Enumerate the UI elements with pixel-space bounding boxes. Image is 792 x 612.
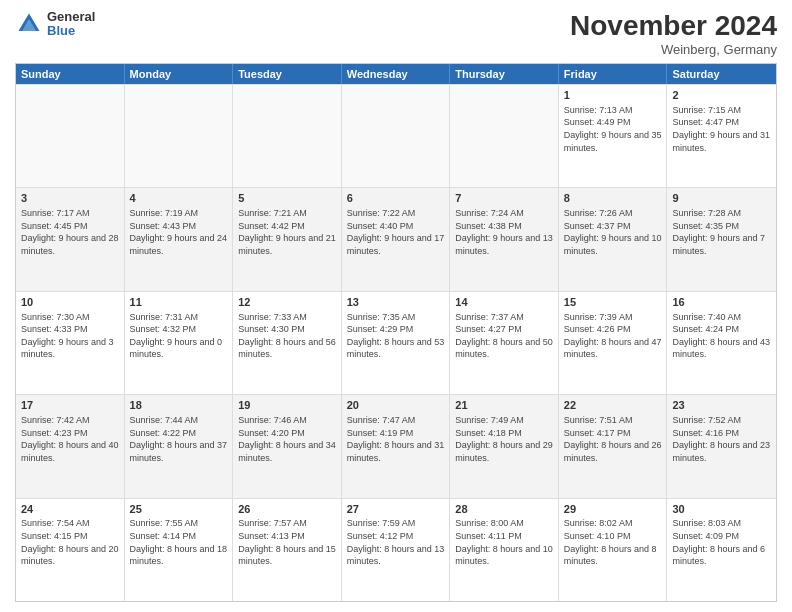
calendar-cell: 6Sunrise: 7:22 AM Sunset: 4:40 PM Daylig… <box>342 188 451 290</box>
day-info: Sunrise: 7:31 AM Sunset: 4:32 PM Dayligh… <box>130 311 228 361</box>
calendar-cell: 25Sunrise: 7:55 AM Sunset: 4:14 PM Dayli… <box>125 499 234 601</box>
calendar-cell: 7Sunrise: 7:24 AM Sunset: 4:38 PM Daylig… <box>450 188 559 290</box>
header: General Blue November 2024 Weinberg, Ger… <box>15 10 777 57</box>
day-number: 12 <box>238 295 336 310</box>
calendar-cell <box>125 85 234 187</box>
day-number: 14 <box>455 295 553 310</box>
calendar-cell: 8Sunrise: 7:26 AM Sunset: 4:37 PM Daylig… <box>559 188 668 290</box>
calendar-cell: 3Sunrise: 7:17 AM Sunset: 4:45 PM Daylig… <box>16 188 125 290</box>
header-day-friday: Friday <box>559 64 668 84</box>
day-info: Sunrise: 7:49 AM Sunset: 4:18 PM Dayligh… <box>455 414 553 464</box>
calendar-cell <box>342 85 451 187</box>
day-info: Sunrise: 7:42 AM Sunset: 4:23 PM Dayligh… <box>21 414 119 464</box>
header-day-monday: Monday <box>125 64 234 84</box>
calendar-cell: 29Sunrise: 8:02 AM Sunset: 4:10 PM Dayli… <box>559 499 668 601</box>
calendar-cell <box>16 85 125 187</box>
header-day-sunday: Sunday <box>16 64 125 84</box>
day-number: 24 <box>21 502 119 517</box>
title-block: November 2024 Weinberg, Germany <box>570 10 777 57</box>
day-number: 6 <box>347 191 445 206</box>
day-number: 9 <box>672 191 771 206</box>
calendar-cell: 12Sunrise: 7:33 AM Sunset: 4:30 PM Dayli… <box>233 292 342 394</box>
day-info: Sunrise: 7:30 AM Sunset: 4:33 PM Dayligh… <box>21 311 119 361</box>
page: General Blue November 2024 Weinberg, Ger… <box>0 0 792 612</box>
day-info: Sunrise: 7:21 AM Sunset: 4:42 PM Dayligh… <box>238 207 336 257</box>
day-info: Sunrise: 8:03 AM Sunset: 4:09 PM Dayligh… <box>672 517 771 567</box>
calendar-cell: 15Sunrise: 7:39 AM Sunset: 4:26 PM Dayli… <box>559 292 668 394</box>
calendar-cell: 19Sunrise: 7:46 AM Sunset: 4:20 PM Dayli… <box>233 395 342 497</box>
calendar-cell: 26Sunrise: 7:57 AM Sunset: 4:13 PM Dayli… <box>233 499 342 601</box>
calendar-cell: 5Sunrise: 7:21 AM Sunset: 4:42 PM Daylig… <box>233 188 342 290</box>
day-number: 27 <box>347 502 445 517</box>
calendar-cell: 20Sunrise: 7:47 AM Sunset: 4:19 PM Dayli… <box>342 395 451 497</box>
calendar-cell: 30Sunrise: 8:03 AM Sunset: 4:09 PM Dayli… <box>667 499 776 601</box>
calendar-cell: 14Sunrise: 7:37 AM Sunset: 4:27 PM Dayli… <box>450 292 559 394</box>
calendar-cell: 10Sunrise: 7:30 AM Sunset: 4:33 PM Dayli… <box>16 292 125 394</box>
day-number: 11 <box>130 295 228 310</box>
day-number: 13 <box>347 295 445 310</box>
day-info: Sunrise: 7:44 AM Sunset: 4:22 PM Dayligh… <box>130 414 228 464</box>
day-number: 7 <box>455 191 553 206</box>
calendar-cell <box>233 85 342 187</box>
day-number: 20 <box>347 398 445 413</box>
day-number: 29 <box>564 502 662 517</box>
day-number: 18 <box>130 398 228 413</box>
day-number: 2 <box>672 88 771 103</box>
month-title: November 2024 <box>570 10 777 42</box>
calendar-cell: 11Sunrise: 7:31 AM Sunset: 4:32 PM Dayli… <box>125 292 234 394</box>
day-info: Sunrise: 7:55 AM Sunset: 4:14 PM Dayligh… <box>130 517 228 567</box>
day-number: 19 <box>238 398 336 413</box>
calendar-row-2: 3Sunrise: 7:17 AM Sunset: 4:45 PM Daylig… <box>16 187 776 290</box>
location: Weinberg, Germany <box>570 42 777 57</box>
day-number: 17 <box>21 398 119 413</box>
calendar-cell: 2Sunrise: 7:15 AM Sunset: 4:47 PM Daylig… <box>667 85 776 187</box>
calendar-cell: 4Sunrise: 7:19 AM Sunset: 4:43 PM Daylig… <box>125 188 234 290</box>
day-info: Sunrise: 7:17 AM Sunset: 4:45 PM Dayligh… <box>21 207 119 257</box>
day-info: Sunrise: 7:19 AM Sunset: 4:43 PM Dayligh… <box>130 207 228 257</box>
calendar-cell: 24Sunrise: 7:54 AM Sunset: 4:15 PM Dayli… <box>16 499 125 601</box>
header-day-tuesday: Tuesday <box>233 64 342 84</box>
day-number: 28 <box>455 502 553 517</box>
calendar-body: 1Sunrise: 7:13 AM Sunset: 4:49 PM Daylig… <box>16 84 776 601</box>
calendar-row-4: 17Sunrise: 7:42 AM Sunset: 4:23 PM Dayli… <box>16 394 776 497</box>
day-number: 22 <box>564 398 662 413</box>
calendar-cell: 23Sunrise: 7:52 AM Sunset: 4:16 PM Dayli… <box>667 395 776 497</box>
logo-icon <box>15 10 43 38</box>
day-info: Sunrise: 7:24 AM Sunset: 4:38 PM Dayligh… <box>455 207 553 257</box>
day-info: Sunrise: 7:59 AM Sunset: 4:12 PM Dayligh… <box>347 517 445 567</box>
calendar-cell: 9Sunrise: 7:28 AM Sunset: 4:35 PM Daylig… <box>667 188 776 290</box>
day-number: 30 <box>672 502 771 517</box>
calendar: SundayMondayTuesdayWednesdayThursdayFrid… <box>15 63 777 602</box>
day-info: Sunrise: 7:15 AM Sunset: 4:47 PM Dayligh… <box>672 104 771 154</box>
calendar-cell: 17Sunrise: 7:42 AM Sunset: 4:23 PM Dayli… <box>16 395 125 497</box>
day-info: Sunrise: 7:52 AM Sunset: 4:16 PM Dayligh… <box>672 414 771 464</box>
calendar-cell: 1Sunrise: 7:13 AM Sunset: 4:49 PM Daylig… <box>559 85 668 187</box>
logo-general: General <box>47 10 95 24</box>
day-number: 23 <box>672 398 771 413</box>
day-info: Sunrise: 7:51 AM Sunset: 4:17 PM Dayligh… <box>564 414 662 464</box>
day-info: Sunrise: 7:39 AM Sunset: 4:26 PM Dayligh… <box>564 311 662 361</box>
calendar-cell: 18Sunrise: 7:44 AM Sunset: 4:22 PM Dayli… <box>125 395 234 497</box>
day-number: 21 <box>455 398 553 413</box>
day-info: Sunrise: 7:26 AM Sunset: 4:37 PM Dayligh… <box>564 207 662 257</box>
day-number: 26 <box>238 502 336 517</box>
calendar-cell <box>450 85 559 187</box>
day-info: Sunrise: 7:46 AM Sunset: 4:20 PM Dayligh… <box>238 414 336 464</box>
day-info: Sunrise: 8:02 AM Sunset: 4:10 PM Dayligh… <box>564 517 662 567</box>
day-number: 3 <box>21 191 119 206</box>
day-number: 16 <box>672 295 771 310</box>
calendar-row-5: 24Sunrise: 7:54 AM Sunset: 4:15 PM Dayli… <box>16 498 776 601</box>
day-info: Sunrise: 7:57 AM Sunset: 4:13 PM Dayligh… <box>238 517 336 567</box>
day-info: Sunrise: 7:37 AM Sunset: 4:27 PM Dayligh… <box>455 311 553 361</box>
header-day-thursday: Thursday <box>450 64 559 84</box>
day-info: Sunrise: 7:35 AM Sunset: 4:29 PM Dayligh… <box>347 311 445 361</box>
day-number: 4 <box>130 191 228 206</box>
calendar-cell: 16Sunrise: 7:40 AM Sunset: 4:24 PM Dayli… <box>667 292 776 394</box>
calendar-row-3: 10Sunrise: 7:30 AM Sunset: 4:33 PM Dayli… <box>16 291 776 394</box>
day-info: Sunrise: 7:13 AM Sunset: 4:49 PM Dayligh… <box>564 104 662 154</box>
calendar-cell: 13Sunrise: 7:35 AM Sunset: 4:29 PM Dayli… <box>342 292 451 394</box>
day-number: 5 <box>238 191 336 206</box>
logo: General Blue <box>15 10 95 39</box>
day-info: Sunrise: 7:33 AM Sunset: 4:30 PM Dayligh… <box>238 311 336 361</box>
header-day-saturday: Saturday <box>667 64 776 84</box>
